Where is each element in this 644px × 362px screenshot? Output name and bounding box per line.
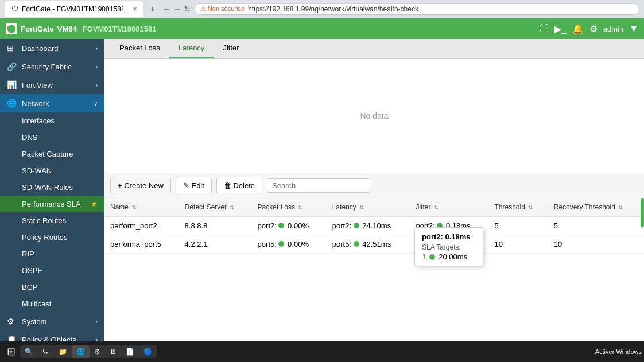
nav-back[interactable]: ← — [163, 5, 171, 14]
port-label-pl-0: port2: — [258, 221, 277, 230]
activate-windows-text: Activer Windows — [595, 348, 642, 355]
sidebar-label-system: System — [22, 317, 46, 326]
col-latency[interactable]: Latency ⇅ — [327, 198, 410, 216]
col-jitter[interactable]: Jitter ⇅ — [410, 198, 488, 216]
taskbar-files[interactable]: 📁 — [54, 345, 72, 358]
sidebar-label-rip: RIP — [22, 250, 34, 258]
tooltip-title: port2: 0.18ms — [422, 232, 476, 241]
fullscreen-icon[interactable]: ⛶ — [540, 24, 549, 34]
table-row[interactable]: perform_port2 8.8.8.8 port2: 0.00% port2… — [104, 216, 644, 235]
cell-threshold-1: 10 — [489, 235, 548, 254]
sidebar-label-static-routes: Static Routes — [22, 216, 66, 225]
col-name[interactable]: Name ⇅ — [104, 198, 179, 216]
latency-val-0: 24.10ms — [362, 221, 391, 230]
no-data-text: No data — [360, 111, 388, 120]
address-bar[interactable]: ⚠ Non sécurisé https://192.168.1.99/ng/n… — [194, 3, 639, 15]
table-row[interactable]: performa_port5 4.2.2.1 port5: 0.00% port… — [104, 235, 644, 254]
search-input[interactable] — [267, 178, 370, 193]
sidebar-item-policy-objects[interactable]: 📋 Policy & Objects › — [0, 330, 104, 341]
taskbar-chat[interactable]: 🗨 — [38, 345, 54, 358]
sidebar-item-sd-wan-rules[interactable]: SD-WAN Rules — [0, 179, 104, 196]
sidebar-label-sd-wan-rules: SD-WAN Rules — [22, 183, 73, 192]
sidebar-item-system[interactable]: ⚙ System › — [0, 312, 104, 330]
sort-icon-recovery-threshold: ⇅ — [618, 204, 623, 211]
col-packet-loss[interactable]: Packet Loss ⇅ — [252, 198, 327, 216]
sidebar-item-packet-capture[interactable]: Packet Capture — [0, 146, 104, 162]
sidebar-item-dns[interactable]: DNS — [0, 129, 104, 146]
sidebar-label-multicast: Multicast — [22, 299, 51, 308]
sidebar-item-performance-sla[interactable]: Performance SLA ★ — [0, 196, 104, 212]
notifications-icon[interactable]: 🔔 — [572, 24, 584, 34]
col-recovery-threshold[interactable]: Recovery Threshold ⇅ — [548, 198, 644, 216]
sidebar-item-interfaces[interactable]: Interfaces — [0, 112, 104, 129]
cell-detect-server-1: 4.2.2.1 — [179, 235, 252, 254]
table-container: Name ⇅ Detect Server ⇅ Packet Loss ⇅ L — [104, 198, 644, 341]
sidebar-item-security-fabric[interactable]: 🔗 Security Fabric › — [0, 57, 104, 76]
sidebar-item-multicast[interactable]: Multicast — [0, 295, 104, 312]
tab-packet-loss[interactable]: Packet Loss — [110, 39, 169, 58]
user-label[interactable]: admin — [603, 25, 623, 33]
chevron-right-icon-5: › — [96, 337, 98, 342]
tab-latency[interactable]: Latency — [169, 39, 214, 58]
cell-recovery-threshold-1: 10 — [548, 235, 644, 254]
tab-close[interactable]: × — [133, 5, 137, 13]
tab-packet-loss-label: Packet Loss — [119, 44, 160, 52]
col-recovery-threshold-label: Recovery Threshold — [554, 203, 615, 211]
model-text: VM64 — [57, 25, 77, 33]
topbar-right: ⛶ ▶_ 🔔 ⚙ admin ▼ — [540, 24, 638, 34]
sidebar-item-dashboard[interactable]: ⊞ Dashboard › — [0, 39, 104, 57]
status-dot-lat-0 — [354, 223, 359, 228]
taskbar-app[interactable]: 🔵 — [139, 345, 157, 358]
topbar-logo: FortiGate VM64 FGVM01TM19001581 — [6, 23, 156, 34]
nav-refresh[interactable]: ↻ — [184, 5, 191, 14]
edit-button[interactable]: ✎ Edit — [176, 178, 212, 193]
cell-threshold-0: 5 — [489, 216, 548, 235]
taskbar-docs[interactable]: 📄 — [121, 345, 139, 358]
taskbar-terminal[interactable]: 🖥 — [105, 345, 121, 358]
sidebar-item-network[interactable]: 🌐 Network ∨ — [0, 94, 104, 112]
sidebar-item-bgp[interactable]: BGP — [0, 279, 104, 295]
taskbar: ⊞ 🔍 🗨 📁 🌐 ⚙ 🖥 📄 🔵 Activer Windows — [0, 341, 644, 362]
taskbar-settings[interactable]: ⚙ — [90, 345, 105, 358]
cell-recovery-threshold-0: 5 — [548, 216, 644, 235]
tooltip-index: 1 — [422, 252, 426, 261]
new-tab-button[interactable]: + — [149, 4, 154, 14]
sidebar-item-rip[interactable]: RIP — [0, 246, 104, 262]
sidebar-item-static-routes[interactable]: Static Routes — [0, 212, 104, 229]
tab-jitter[interactable]: Jitter — [214, 39, 248, 58]
nav-forward[interactable]: → — [173, 5, 181, 14]
brand-name: FortiGate — [21, 25, 54, 33]
taskbar-search[interactable]: 🔍 — [20, 345, 38, 358]
col-latency-label: Latency — [332, 203, 356, 211]
sidebar-label-fortiview: FortiView — [22, 81, 53, 89]
cell-packet-loss-1: port5: 0.00% — [252, 235, 327, 254]
delete-button[interactable]: 🗑 Delete — [216, 178, 262, 193]
settings-icon[interactable]: ⚙ — [589, 24, 598, 34]
user-dropdown-icon[interactable]: ▼ — [629, 24, 638, 34]
sidebar-label-ospf: OSPF — [22, 266, 42, 275]
cli-icon[interactable]: ▶_ — [554, 24, 567, 34]
col-threshold[interactable]: Threshold ⇅ — [489, 198, 548, 216]
scrollbar-indicator[interactable] — [641, 198, 644, 227]
tooltip-row: 1 20.00ms — [422, 252, 476, 261]
sort-icon-threshold: ⇅ — [528, 204, 533, 211]
sidebar-item-policy-routes[interactable]: Policy Routes — [0, 229, 104, 246]
create-new-button[interactable]: + Create New — [110, 178, 171, 193]
taskbar-browser[interactable]: 🌐 — [72, 345, 90, 358]
browser-tab[interactable]: 🛡 FortiGate - FGVM01TM19001581 × — [5, 1, 143, 17]
sort-icon-jitter: ⇅ — [434, 204, 439, 211]
sidebar-item-ospf[interactable]: OSPF — [0, 262, 104, 279]
sidebar-item-sd-wan[interactable]: SD-WAN — [0, 162, 104, 179]
url-text: https://192.168.1.99/ng/network/virtualw… — [248, 5, 418, 13]
status-dot-pl-1 — [278, 241, 284, 247]
chevron-right-icon-2: › — [96, 64, 98, 70]
sidebar-item-fortiview[interactable]: 📊 FortiView › — [0, 76, 104, 94]
network-icon: 🌐 — [7, 99, 17, 108]
shield-icon — [6, 23, 17, 34]
sort-icon-latency: ⇅ — [359, 204, 364, 211]
col-detect-server[interactable]: Detect Server ⇅ — [179, 198, 252, 216]
start-button[interactable]: ⊞ — [2, 343, 20, 360]
create-new-label: + Create New — [118, 181, 164, 190]
chart-area: No data — [104, 59, 644, 173]
sidebar-label-network: Network — [22, 99, 49, 108]
